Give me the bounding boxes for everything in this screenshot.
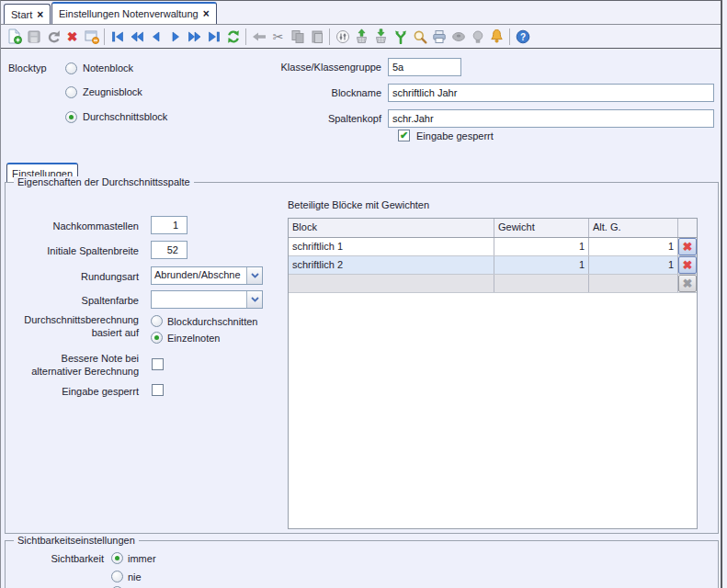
toolbar: ✖ ✂ ? <box>1 25 721 49</box>
beteiligte-table: Block Gewicht Alt. G. schriftlich 1 1 1 … <box>288 218 698 529</box>
fast-forward-icon[interactable] <box>185 28 204 46</box>
merge-icon[interactable] <box>391 28 410 46</box>
table-row[interactable]: schriftlich 2 1 1 ✖ <box>289 256 697 275</box>
blocktyp-label: Blocktyp <box>8 62 47 74</box>
bell-icon[interactable] <box>487 28 506 46</box>
spaltenfarbe-label: Spaltenfarbe <box>10 295 139 306</box>
refresh-icon[interactable] <box>223 28 243 46</box>
previous-record-icon[interactable] <box>146 28 165 46</box>
tab-start[interactable]: Start × <box>4 4 51 24</box>
col-header-block[interactable]: Block <box>289 219 494 237</box>
bessere-note-checkbox[interactable] <box>152 358 164 370</box>
spaltenkopf-label: Spaltenkopf <box>267 113 381 124</box>
cell-block[interactable]: schriftlich 2 <box>289 256 494 274</box>
sichtbarkeit-title: Sichtbarkeitseinstellungen <box>14 535 139 546</box>
eingabe-gesperrt-label: Eingabe gesperrt <box>10 386 139 397</box>
copy-icon[interactable] <box>288 28 307 46</box>
print-icon[interactable] <box>429 28 449 46</box>
new-record-icon[interactable] <box>5 28 24 46</box>
chevron-down-icon[interactable] <box>246 267 262 284</box>
spaltenfarbe-dropdown[interactable] <box>151 290 263 309</box>
options-icon[interactable] <box>333 28 352 46</box>
radio-blockdurchschnitten-label: Blockdurchschnitten <box>167 316 257 327</box>
eingabe-gesperrt-top-label: Eingabe gesperrt <box>416 130 494 141</box>
fast-backward-icon[interactable] <box>127 28 146 46</box>
first-record-icon[interactable] <box>108 28 127 46</box>
toolbar-separator <box>245 28 246 45</box>
cut-icon[interactable]: ✂ <box>268 28 288 46</box>
eingabe-gesperrt-top-checkbox[interactable] <box>398 130 410 141</box>
tab-start-label: Start <box>11 9 32 20</box>
delete-row-button[interactable]: ✖ <box>678 256 697 274</box>
spaltenfarbe-value <box>152 291 246 308</box>
last-record-icon[interactable] <box>204 28 223 46</box>
toolbar-separator <box>509 28 510 45</box>
export-icon[interactable] <box>352 28 371 46</box>
col-header-actions <box>678 219 697 237</box>
tab-main-label: Einstellungen Notenverwaltung <box>59 8 199 19</box>
cell-alt-g[interactable]: 1 <box>589 256 678 274</box>
bessere-note-label: Bessere Note bei alternativer Berechnung <box>1 352 139 378</box>
close-icon[interactable]: × <box>37 10 43 19</box>
radio-notenblock[interactable] <box>65 62 77 74</box>
cell-block[interactable]: schriftlich 1 <box>289 238 494 255</box>
next-record-icon[interactable] <box>165 28 185 46</box>
tab-einstellungen-notenverwaltung[interactable]: Einstellungen Notenverwaltung × <box>51 2 217 24</box>
spaltenbreite-label: Initiale Spaltenbreite <box>10 245 139 256</box>
radio-immer-label: immer <box>128 553 156 564</box>
col-header-alt-g[interactable]: Alt. G. <box>589 219 678 237</box>
table-header-row: Block Gewicht Alt. G. <box>289 219 697 238</box>
eingabe-gesperrt-checkbox[interactable] <box>152 384 164 396</box>
search-icon[interactable] <box>410 28 429 46</box>
help-icon[interactable]: ? <box>513 28 532 46</box>
save-icon[interactable] <box>24 28 43 46</box>
svg-text:?: ? <box>519 31 525 41</box>
beteiligte-caption: Beteiligte Blöcke mit Gewichten <box>288 199 429 210</box>
radio-notenblock-label: Notenblock <box>83 62 133 74</box>
bulb-icon[interactable] <box>468 28 487 46</box>
spaltenkopf-input[interactable] <box>388 109 714 128</box>
radio-immer[interactable] <box>111 552 123 564</box>
sichtbarkeit-groupbox <box>5 540 719 588</box>
close-icon[interactable]: × <box>203 9 210 18</box>
cell-gewicht[interactable]: 1 <box>494 256 589 274</box>
rundungsart-dropdown[interactable]: Abrunden/Abschne <box>151 266 263 285</box>
berechnung-label: Durchschnittsberechnung basiert auf <box>1 313 139 339</box>
spaltenbreite-input[interactable] <box>151 241 187 259</box>
klasse-label: Klasse/Klassengruppe <box>267 62 381 73</box>
delete-row-button[interactable]: ✖ <box>678 238 697 255</box>
rundungsart-label: Rundungsart <box>10 271 139 282</box>
table-row-empty[interactable]: ✖ <box>289 275 697 293</box>
radio-einzelnoten-label: Einzelnoten <box>167 333 221 344</box>
nachkommastellen-input[interactable] <box>151 216 187 234</box>
blockname-label: Blockname <box>267 87 381 98</box>
radio-nie-label: nie <box>128 571 142 582</box>
paste-icon[interactable] <box>307 28 326 46</box>
tab-bar: Start × Einstellungen Notenverwaltung × <box>1 1 721 25</box>
delete-row-button-disabled: ✖ <box>678 275 697 292</box>
chevron-down-icon[interactable] <box>246 291 262 308</box>
cell-gewicht[interactable]: 1 <box>494 238 589 255</box>
radio-durchschnittsblock[interactable] <box>65 111 77 123</box>
rundungsart-value: Abrunden/Abschne <box>152 267 246 284</box>
radio-durchschnittsblock-label: Durchschnittsblock <box>83 111 167 122</box>
nachkommastellen-label: Nachkommastellen <box>10 220 139 232</box>
klasse-input[interactable] <box>388 58 461 76</box>
radio-zeugnisblock[interactable] <box>65 86 77 98</box>
form-delete-icon[interactable] <box>82 28 101 46</box>
main-panel: Start × Einstellungen Notenverwaltung × … <box>0 0 722 588</box>
import-icon[interactable] <box>371 28 391 46</box>
radio-nie[interactable] <box>111 571 123 582</box>
undo-icon[interactable] <box>43 28 62 46</box>
eye-icon[interactable] <box>449 28 468 46</box>
delete-record-icon[interactable]: ✖ <box>62 28 82 46</box>
table-row[interactable]: schriftlich 1 1 1 ✖ <box>289 238 697 256</box>
cell-alt-g[interactable]: 1 <box>589 238 678 255</box>
radio-blockdurchschnitten[interactable] <box>151 315 163 327</box>
back-arrow-icon[interactable] <box>249 28 268 46</box>
blockname-input[interactable] <box>388 84 714 102</box>
sichtbarkeit-label: Sichtbarkeit <box>10 553 104 564</box>
app-window: Start × Einstellungen Notenverwaltung × … <box>0 0 727 588</box>
radio-einzelnoten[interactable] <box>151 332 163 344</box>
col-header-gewicht[interactable]: Gewicht <box>494 219 589 237</box>
